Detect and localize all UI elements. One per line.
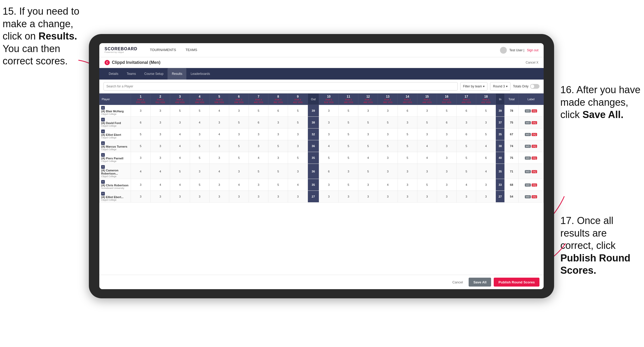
score-hole-4[interactable]: 3 [190,191,209,202]
score-hole-17[interactable]: 6 [457,105,476,117]
tab-details[interactable]: Details [105,68,123,80]
score-hole-13[interactable]: 3 [378,128,398,140]
dq-badge[interactable]: DQ [532,170,537,173]
score-hole-6[interactable]: 3 [229,191,249,202]
score-hole-2[interactable]: 3 [151,152,170,164]
score-hole-6[interactable]: 4 [229,179,249,191]
wd-badge[interactable]: WD [525,109,531,113]
toggle-switch[interactable] [530,84,539,89]
score-hole-1[interactable]: 4 [131,164,151,179]
score-hole-9[interactable]: 3 [288,164,308,179]
score-hole-16[interactable]: 5 [437,105,456,117]
score-hole-2[interactable]: 3 [151,105,170,117]
score-hole-1[interactable]: 3 [131,105,151,117]
score-hole-14[interactable]: 3 [398,191,417,202]
score-hole-16[interactable]: 3 [437,140,456,152]
score-hole-3[interactable]: 5 [170,164,190,179]
score-hole-3[interactable]: 4 [170,179,190,191]
score-hole-17[interactable]: 3 [457,191,476,202]
score-hole-8[interactable]: 3 [268,191,288,202]
score-hole-11[interactable]: 5 [339,105,358,117]
score-hole-14[interactable]: 3 [398,164,417,179]
score-hole-15[interactable]: 3 [417,164,437,179]
score-hole-8[interactable]: 3 [268,117,288,128]
score-hole-8[interactable]: 5 [268,140,288,152]
score-hole-2[interactable]: 3 [151,117,170,128]
score-hole-11[interactable]: 5 [339,152,358,164]
score-hole-12[interactable]: 5 [358,164,378,179]
score-hole-17[interactable]: 3 [457,117,476,128]
search-input[interactable] [104,82,458,91]
score-hole-17[interactable]: 6 [457,128,476,140]
wd-badge[interactable]: WD [525,170,531,173]
nav-tournaments[interactable]: TOURNAMENTS [145,43,181,57]
score-hole-6[interactable]: 5 [229,117,249,128]
score-hole-5[interactable]: 4 [209,105,229,117]
score-hole-1[interactable]: 5 [131,128,151,140]
score-hole-7[interactable]: 3 [249,128,268,140]
score-hole-13[interactable]: 3 [378,152,398,164]
score-hole-14[interactable]: 5 [398,140,417,152]
score-hole-10[interactable]: 3 [319,179,338,191]
score-hole-5[interactable]: 3 [209,152,229,164]
score-hole-11[interactable]: 3 [339,164,358,179]
score-hole-6[interactable]: 3 [229,105,249,117]
score-hole-15[interactable]: 3 [417,105,437,117]
tab-results[interactable]: Results [168,68,186,80]
score-hole-3[interactable]: 4 [170,128,190,140]
score-hole-4[interactable]: 5 [190,140,209,152]
score-hole-5[interactable]: 4 [209,128,229,140]
score-hole-6[interactable]: 5 [229,140,249,152]
score-hole-17[interactable]: 5 [457,152,476,164]
score-hole-4[interactable]: 5 [190,179,209,191]
score-hole-7[interactable]: 3 [249,179,268,191]
score-hole-9[interactable]: 5 [288,117,308,128]
score-hole-17[interactable]: 4 [457,179,476,191]
score-hole-11[interactable]: 3 [339,191,358,202]
score-hole-16[interactable]: 6 [437,117,456,128]
score-hole-2[interactable]: 3 [151,140,170,152]
score-hole-3[interactable]: 4 [170,152,190,164]
cancel-button[interactable]: Cancel [449,278,466,287]
score-hole-4[interactable]: 5 [190,105,209,117]
score-hole-1[interactable]: 6 [131,117,151,128]
score-hole-10[interactable]: 6 [319,164,338,179]
publish-round-scores-button[interactable]: Publish Round Scores [494,278,539,287]
wd-badge[interactable]: WD [525,145,531,148]
score-hole-11[interactable]: 5 [339,117,358,128]
score-hole-1[interactable]: 3 [131,179,151,191]
score-hole-18[interactable]: 5 [476,105,496,117]
filter-by-team-button[interactable]: Filter by team ▾ [460,82,488,91]
score-hole-12[interactable]: 3 [358,179,378,191]
score-hole-15[interactable]: 3 [417,128,437,140]
save-all-button[interactable]: Save All [469,278,491,287]
score-hole-9[interactable]: 3 [288,128,308,140]
score-hole-14[interactable]: 3 [398,117,417,128]
score-hole-12[interactable]: 5 [358,140,378,152]
score-hole-1[interactable]: 5 [131,140,151,152]
score-hole-18[interactable]: 3 [476,117,496,128]
score-hole-9[interactable]: 5 [288,105,308,117]
dq-badge[interactable]: DQ [532,195,537,198]
score-hole-8[interactable]: 5 [268,164,288,179]
score-hole-10[interactable]: 3 [319,128,338,140]
score-hole-5[interactable]: 4 [209,164,229,179]
wd-badge[interactable]: WD [525,121,531,124]
score-hole-15[interactable]: 4 [417,140,437,152]
score-hole-3[interactable]: 3 [170,117,190,128]
score-hole-12[interactable]: 3 [358,191,378,202]
tab-leaderboards[interactable]: Leaderboards [186,68,214,80]
score-hole-13[interactable]: 5 [378,140,398,152]
wd-badge[interactable]: WD [525,183,531,187]
score-hole-10[interactable]: 4 [319,140,338,152]
score-hole-18[interactable]: 4 [476,140,496,152]
score-hole-18[interactable]: 6 [476,152,496,164]
score-hole-17[interactable]: 5 [457,140,476,152]
score-hole-12[interactable]: 3 [358,105,378,117]
score-hole-16[interactable]: 3 [437,179,456,191]
score-hole-2[interactable]: 4 [151,179,170,191]
score-hole-13[interactable]: 3 [378,105,398,117]
score-hole-12[interactable]: 5 [358,117,378,128]
score-hole-9[interactable]: 3 [288,191,308,202]
score-hole-13[interactable]: 5 [378,117,398,128]
